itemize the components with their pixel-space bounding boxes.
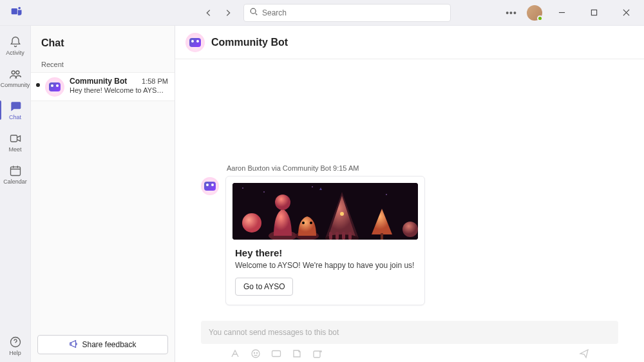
search-icon	[249, 7, 258, 19]
format-icon	[229, 348, 241, 359]
svg-point-15	[242, 213, 261, 233]
svg-rect-24	[336, 232, 339, 240]
svg-rect-7	[10, 167, 20, 175]
share-feedback-button[interactable]: Share feedback	[37, 335, 168, 354]
svg-rect-23	[329, 232, 332, 240]
svg-point-10	[242, 187, 243, 189]
card-description: Welcome to AYSO! We're happy to have you…	[235, 261, 415, 270]
more-actions-icon	[312, 348, 323, 359]
compose-disabled-text: You cannot send messages to this bot	[201, 321, 618, 344]
svg-rect-27	[381, 233, 383, 240]
rail-community-label: Community	[1, 82, 30, 88]
bot-avatar-icon	[45, 77, 64, 97]
message: Aaron Buxton via Community Bot 9:15 AM	[175, 164, 644, 316]
chat-panel-title: Chat	[31, 26, 175, 58]
chat-item-preview: Hey there! Welcome to AYSO…	[70, 86, 168, 94]
titlebar: •••	[0, 0, 644, 26]
adaptive-card: Hey there! Welcome to AYSO! We're happy …	[225, 176, 425, 305]
feedback-wrap: Share feedback	[31, 330, 175, 362]
rail-calendar-label: Calendar	[3, 178, 27, 185]
svg-point-29	[252, 350, 260, 357]
search-box[interactable]	[243, 4, 451, 22]
svg-point-31	[256, 352, 257, 353]
nav-back-button[interactable]	[200, 4, 218, 22]
send-icon	[578, 348, 590, 359]
rail-chat[interactable]: Chat	[0, 94, 31, 126]
chat-item-time: 1:58 PM	[142, 77, 168, 85]
svg-rect-3	[591, 10, 596, 15]
svg-point-12	[312, 186, 313, 187]
unread-indicator-icon	[36, 83, 40, 87]
rail-community[interactable]: Community	[0, 62, 31, 94]
user-avatar[interactable]	[527, 5, 542, 21]
rail-calendar[interactable]: Calendar	[0, 158, 31, 191]
left-rail: Activity Community Chat Meet Calendar	[0, 26, 31, 362]
body: Activity Community Chat Meet Calendar	[0, 26, 644, 362]
svg-point-11	[263, 191, 265, 193]
app-root: ••• Activity Communit	[0, 0, 644, 362]
chat-item-text: Community Bot 1:58 PM Hey there! Welcome…	[70, 77, 168, 94]
search-input[interactable]	[262, 8, 445, 17]
teams-logo-icon	[10, 5, 23, 21]
message-meta: Aaron Buxton via Community Bot 9:15 AM	[227, 164, 618, 172]
rail-help[interactable]: Help	[0, 330, 31, 362]
window-minimize-button[interactable]	[549, 3, 574, 23]
chat-item-name: Community Bot	[70, 77, 127, 86]
presence-available-icon	[537, 15, 543, 21]
messages-area: Aaron Buxton via Community Bot 9:15 AM	[175, 59, 644, 321]
chat-header: Community Bot	[175, 26, 644, 59]
titlebar-left	[10, 5, 23, 21]
rail-meet-label: Meet	[8, 146, 21, 153]
nav-arrows	[200, 4, 237, 22]
rail-chat-label: Chat	[9, 114, 21, 120]
svg-point-5	[15, 71, 19, 74]
sticker-icon	[291, 348, 303, 359]
gif-icon	[270, 348, 282, 359]
svg-point-20	[310, 222, 312, 224]
svg-rect-25	[342, 232, 345, 240]
chat-header-avatar-icon	[185, 33, 205, 52]
svg-rect-6	[10, 135, 17, 142]
share-feedback-label: Share feedback	[82, 340, 136, 349]
window-close-button[interactable]	[613, 3, 639, 23]
svg-rect-26	[348, 232, 352, 240]
nav-forward-button[interactable]	[219, 4, 237, 22]
svg-rect-0	[12, 8, 17, 14]
svg-point-21	[340, 212, 344, 216]
rail-help-label: Help	[9, 350, 21, 356]
titlebar-right: •••	[502, 3, 639, 23]
card-title: Hey there!	[235, 247, 415, 258]
chat-list: Community Bot 1:58 PM Hey there! Welcome…	[31, 72, 175, 330]
chat-header-title: Community Bot	[211, 37, 288, 48]
svg-rect-32	[272, 351, 281, 357]
chat-list-panel: Chat Recent Community Bot 1:58 PM Hey th…	[31, 26, 175, 362]
rail-activity[interactable]: Activity	[0, 30, 31, 62]
megaphone-icon	[69, 339, 78, 350]
svg-point-2	[251, 8, 256, 14]
more-options-button[interactable]: •••	[502, 4, 520, 22]
message-sender-avatar-icon	[201, 177, 219, 195]
svg-point-1	[18, 6, 21, 9]
svg-point-4	[12, 71, 15, 74]
svg-point-30	[254, 352, 254, 353]
svg-point-17	[275, 195, 290, 210]
compose-toolbar	[201, 344, 618, 359]
compose-area: You cannot send messages to this bot	[175, 321, 644, 362]
card-hero-image	[232, 183, 418, 240]
svg-point-19	[302, 222, 305, 224]
rail-meet[interactable]: Meet	[0, 126, 31, 158]
main-chat: Community Bot Aaron Buxton via Community…	[175, 26, 644, 362]
chat-item-community-bot[interactable]: Community Bot 1:58 PM Hey there! Welcome…	[31, 72, 175, 101]
card-body: Hey there! Welcome to AYSO! We're happy …	[226, 240, 424, 305]
card-action-button[interactable]: Go to AYSO	[235, 278, 293, 296]
window-maximize-button[interactable]	[581, 3, 607, 23]
rail-activity-label: Activity	[6, 50, 24, 56]
chat-section-recent: Recent	[31, 58, 175, 72]
emoji-icon	[250, 348, 261, 359]
svg-point-28	[402, 222, 418, 237]
svg-point-13	[386, 194, 387, 195]
svg-rect-33	[314, 351, 320, 357]
